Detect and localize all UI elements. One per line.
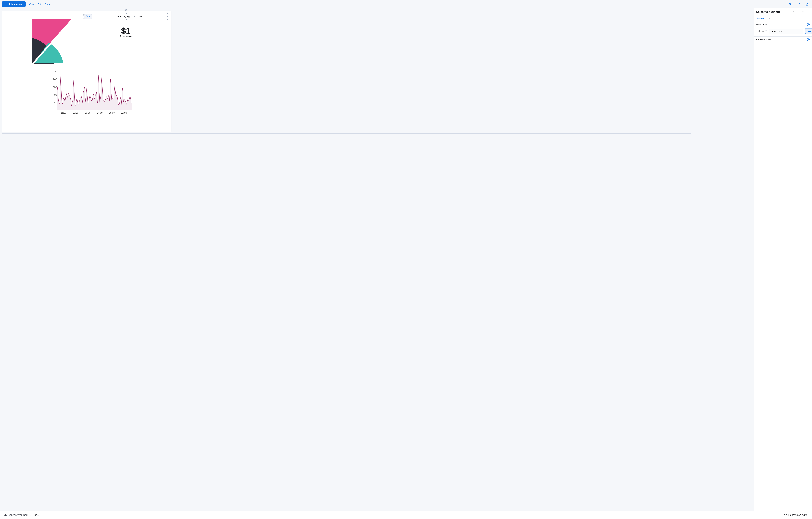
time-filter-quickselect-button[interactable] <box>84 14 92 19</box>
page-pager: ‹ Page 1 › <box>30 514 44 517</box>
next-page-icon[interactable]: › <box>42 514 44 517</box>
share-menu[interactable]: Share <box>45 3 51 5</box>
x-tick: 12:00 <box>121 111 127 114</box>
time-filter-from: ~ a day ago <box>117 15 131 18</box>
prev-page-icon[interactable]: ‹ <box>30 514 31 517</box>
footer: My Canvas Workpad ‹ Page 1 › Expression … <box>0 511 812 519</box>
x-tick: 04:00 <box>97 111 103 114</box>
metric-value: $1 <box>84 26 168 36</box>
current-page[interactable]: Page 1 <box>33 514 41 517</box>
move-up-icon[interactable] <box>796 10 800 13</box>
section-element-style-label: Element style <box>756 38 771 41</box>
tab-display[interactable]: Display <box>756 15 764 21</box>
y-tick: 100 <box>49 93 57 96</box>
time-filter-to: now <box>137 15 142 18</box>
section-time-filter-label: Time filter <box>756 23 767 26</box>
kibana-logo <box>31 19 72 65</box>
move-down-icon[interactable] <box>801 10 805 13</box>
section-time-filter: Time filter Column i Set ✕ <box>754 22 812 36</box>
resize-handle-s[interactable] <box>125 19 126 20</box>
x-tick: 20:00 <box>73 111 79 114</box>
add-element-button[interactable]: Add element <box>2 1 26 7</box>
info-icon[interactable]: i <box>765 30 767 32</box>
y-tick: 0 <box>49 109 57 112</box>
workpad-name[interactable]: My Canvas Workpad <box>4 514 28 517</box>
metric-element[interactable]: $1 Total sales <box>84 26 168 38</box>
resize-handle-e[interactable] <box>168 16 169 17</box>
side-panel-title: Selected element <box>756 10 790 13</box>
y-tick: 50 <box>49 102 57 104</box>
y-tick: 150 <box>49 86 57 88</box>
chevron-down-icon <box>88 15 91 18</box>
arrow-right-icon: → <box>133 15 135 18</box>
view-menu[interactable]: View <box>29 3 34 5</box>
set-button[interactable]: Set <box>805 29 812 34</box>
expression-editor-label: Expression editor <box>788 514 808 517</box>
resize-handle-w[interactable] <box>83 16 84 17</box>
resize-handle-nw[interactable] <box>83 13 84 14</box>
add-time-filter-icon[interactable] <box>807 23 810 26</box>
hide-edit-controls-icon[interactable] <box>788 2 793 7</box>
time-filter-range[interactable]: ~ a day ago → now <box>92 15 168 18</box>
column-input[interactable] <box>769 29 803 34</box>
expression-editor-button[interactable]: Expression editor <box>784 513 808 517</box>
x-tick: 16:00 <box>61 111 66 114</box>
resize-handle-ne[interactable] <box>168 13 169 14</box>
plus-circle-icon <box>4 2 7 6</box>
section-element-style: Element style <box>754 36 812 43</box>
move-to-top-icon[interactable] <box>791 10 795 13</box>
workpad-page[interactable]: ~ a day ago → now $1 Total sales 0501001… <box>2 11 171 132</box>
x-tick: 08:00 <box>109 111 115 114</box>
metric-label: Total sales <box>84 35 168 38</box>
side-panel: Selected element Display Data Time filte… <box>754 8 812 511</box>
y-tick: 250 <box>49 70 57 73</box>
code-icon <box>784 513 787 517</box>
top-toolbar: Add element View Edit Share <box>0 0 812 8</box>
y-tick: 200 <box>49 78 57 81</box>
column-label: Column i <box>756 30 767 33</box>
clock-icon <box>85 15 88 18</box>
add-element-label: Add element <box>9 3 23 5</box>
edit-menu[interactable]: Edit <box>37 3 41 5</box>
fullscreen-icon[interactable] <box>805 2 810 7</box>
refresh-icon[interactable] <box>796 2 801 7</box>
resize-handle-se[interactable] <box>168 19 169 20</box>
x-tick: 00:00 <box>85 111 90 114</box>
side-panel-tabs: Display Data <box>754 15 812 22</box>
resize-handle-n[interactable] <box>125 13 126 14</box>
move-to-bottom-icon[interactable] <box>806 10 810 13</box>
resize-handle-sw[interactable] <box>83 19 84 20</box>
rotate-handle[interactable] <box>125 9 127 11</box>
add-element-style-icon[interactable] <box>807 38 810 41</box>
time-filter-element[interactable]: ~ a day ago → now <box>84 13 168 20</box>
canvas-area[interactable]: ~ a day ago → now $1 Total sales 0501001… <box>0 8 754 511</box>
tab-data[interactable]: Data <box>767 15 772 21</box>
canvas-horizontal-scrollbar[interactable] <box>2 133 691 134</box>
area-chart-element[interactable]: 05010015020025016:0020:0000:0004:0008:00… <box>48 71 132 117</box>
